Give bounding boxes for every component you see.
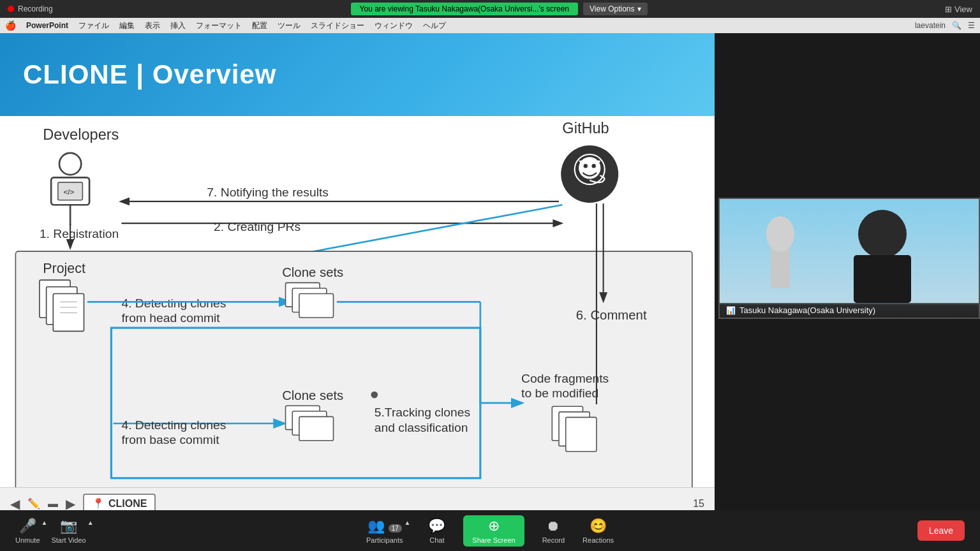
window-controls: ⊞ View [945,4,972,14]
recording-dot [8,6,14,12]
svg-rect-56 [720,199,980,304]
recording-bar: Recording You are viewing Tasuku Nakagaw… [0,0,980,18]
next-slide-button[interactable]: ▶ [66,496,75,511]
record-button[interactable]: ⏺ Record [542,518,565,544]
toolbar-left: 🎤 Unmute ▲ 📷 Start Video ▲ [15,518,94,544]
recording-indicator: Recording [8,4,53,13]
camera-icon: 📷 [60,518,77,534]
svg-text:2. Creating PRs: 2. Creating PRs [214,220,301,233]
chat-label: Chat [429,536,444,544]
svg-text:6. Comment: 6. Comment [576,308,647,322]
svg-rect-33 [299,294,334,318]
svg-point-55 [371,392,378,399]
reactions-icon: 😊 [590,518,607,534]
start-video-button[interactable]: 📷 Start Video [51,518,85,544]
clione-badge-label: CLIONE [108,498,147,510]
leave-button[interactable]: Leave [917,520,965,541]
menubar-user: laevatein [915,21,946,30]
chat-button[interactable]: 💬 Chat [428,518,445,544]
svg-point-0 [59,153,81,175]
microphone-icon: 🎤 [19,518,36,534]
menu-file[interactable]: ファイル [78,20,109,31]
menu-edit[interactable]: 編集 [119,20,135,31]
slide: CLIONE | Overview Developers </> 1. Regi… [0,33,715,519]
svg-text:from head commit: from head commit [121,311,220,325]
record-label: Record [542,536,565,544]
prev-slide-button[interactable]: ◀ [10,496,20,511]
svg-rect-42 [566,417,597,452]
unmute-caret[interactable]: ▲ [41,519,48,526]
svg-text:Project: Project [43,261,85,276]
reactions-label: Reactions [583,536,614,544]
app-name[interactable]: PowerPoint [26,21,68,30]
unmute-button[interactable]: 🎤 Unmute [15,518,40,544]
svg-text:Clone sets: Clone sets [282,388,343,402]
svg-point-59 [858,210,907,258]
video-background [720,199,980,304]
participants-button[interactable]: 👥 17 Participants [366,518,403,544]
mac-menubar: 🍎 PowerPoint ファイル 編集 表示 挿入 フォーマット 配置 ツール… [0,18,980,33]
slide-number: 15 [693,498,704,510]
menu-help[interactable]: ヘルプ [423,20,446,31]
search-icon[interactable]: 🔍 [952,21,961,30]
slide-title: CLIONE | Overview [23,59,277,90]
svg-point-58 [766,216,794,252]
participants-caret[interactable]: ▲ [404,519,410,526]
svg-rect-60 [854,255,911,303]
draw-button[interactable]: ✏️ [27,497,40,510]
clione-badge-pin: 📍 [92,497,105,510]
annotation-button[interactable]: ▬ [48,498,58,510]
svg-text:1. Registration: 1. Registration [40,227,119,240]
main-presentation-area: CLIONE | Overview Developers </> 1. Regi… [0,33,715,518]
share-screen-label: Share Screen [472,536,515,544]
svg-rect-49 [299,416,334,440]
viewing-banner: You are viewing Tasuku Nakagawa(Osaka Un… [351,3,578,15]
toolbar-center: 👥 17 Participants ▲ 💬 Chat ⊕ Share Scree… [366,515,614,547]
svg-text:5.Tracking clones: 5.Tracking clones [375,406,470,419]
video-caret[interactable]: ▲ [87,519,94,526]
video-participant-name: Tasuku Nakagawa(Osaka University) [739,305,875,315]
audio-bars-icon: 📊 [726,306,736,315]
participants-area: 👥 17 Participants ▲ [366,518,410,544]
diagram-svg: Developers </> 1. Registration GitHub [0,116,715,519]
apple-menu[interactable]: 🍎 [5,20,16,31]
video-panel: 📊 Tasuku Nakagawa(Osaka University) [718,198,980,319]
unmute-label: Unmute [15,536,40,544]
menu-arrange[interactable]: 配置 [252,20,267,31]
video-person [720,199,979,318]
developers-label: Developers [43,126,119,143]
share-screen-button[interactable]: ⊕ Share Screen [463,515,524,547]
mute-area: 🎤 Unmute ▲ [15,518,47,544]
recording-label: Recording [18,4,53,13]
menu-format[interactable]: フォーマット [196,20,242,31]
svg-text:Clone sets: Clone sets [282,265,343,279]
video-label: 📊 Tasuku Nakagawa(Osaka University) [720,303,979,318]
menu-tools[interactable]: ツール [278,20,301,31]
svg-text:Code fragments: Code fragments [521,372,609,385]
menu-insert[interactable]: 挿入 [170,20,186,31]
menubar-right: laevatein 🔍 ☰ [915,21,975,30]
svg-text:4. Detecting clones: 4. Detecting clones [121,297,226,310]
svg-text:and classification: and classification [375,421,468,434]
svg-text:4. Detecting clones: 4. Detecting clones [121,418,226,432]
toolbar-right: Leave [917,520,965,541]
chat-icon: 💬 [428,518,445,534]
svg-text:7. Notifying the results: 7. Notifying the results [207,186,329,199]
start-video-label: Start Video [51,536,85,544]
view-options-button[interactable]: View Options ▾ [583,3,647,15]
svg-text:from base commit: from base commit [121,433,219,446]
svg-text:</>: </> [63,187,74,196]
menu-view[interactable]: 表示 [145,20,160,31]
participants-icon: 👥 17 [368,518,402,534]
record-icon: ⏺ [546,518,560,534]
svg-text:GitHub: GitHub [562,120,609,136]
menu-window[interactable]: ウィンドウ [375,20,413,31]
viewing-banner-area: You are viewing Tasuku Nakagawa(Osaka Un… [351,3,648,15]
reactions-button[interactable]: 😊 Reactions [583,518,614,544]
svg-text:to be modified: to be modified [521,386,598,400]
menu-icon[interactable]: ☰ [968,21,975,30]
slide-header: CLIONE | Overview [0,33,715,116]
participants-label: Participants [366,536,403,544]
slide-body: Developers </> 1. Registration GitHub [0,116,715,519]
menu-slideshow[interactable]: スライドショー [311,20,364,31]
